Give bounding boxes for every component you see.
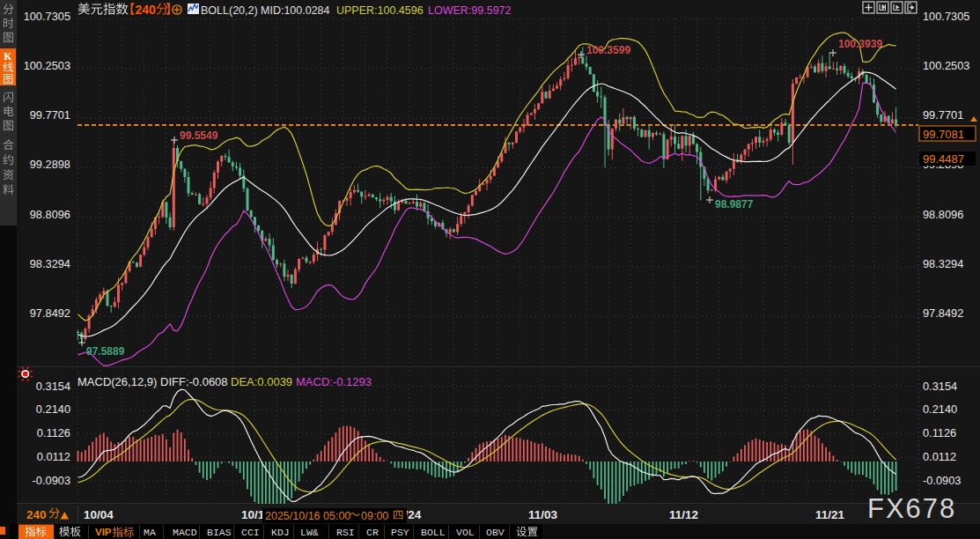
svg-text:DEA:0.0039: DEA:0.0039 bbox=[231, 375, 292, 388]
svg-text:98.8096: 98.8096 bbox=[923, 208, 963, 221]
svg-text:MACD:-0.1293: MACD:-0.1293 bbox=[296, 375, 372, 388]
svg-text:K: K bbox=[4, 50, 12, 63]
svg-text:BIAS: BIAS bbox=[207, 527, 232, 538]
svg-text:LOWER:99.5972: LOWER:99.5972 bbox=[428, 4, 512, 17]
svg-text:BOLL(20,2): BOLL(20,2) bbox=[201, 4, 258, 17]
svg-text:99.4487: 99.4487 bbox=[923, 152, 964, 166]
svg-text:0.0112: 0.0112 bbox=[923, 450, 956, 463]
svg-text:11/03: 11/03 bbox=[528, 508, 558, 521]
svg-text:240: 240 bbox=[136, 3, 157, 17]
svg-text:97.8492: 97.8492 bbox=[30, 306, 70, 320]
svg-text:97.5889: 97.5889 bbox=[86, 345, 125, 358]
svg-text:100.7305: 100.7305 bbox=[923, 10, 969, 23]
svg-text:-0.0903: -0.0903 bbox=[923, 474, 961, 487]
svg-text:0.3154: 0.3154 bbox=[36, 380, 70, 393]
svg-text:240: 240 bbox=[26, 508, 47, 521]
svg-text:100.7305: 100.7305 bbox=[24, 10, 70, 23]
svg-text:97.8492: 97.8492 bbox=[923, 306, 963, 320]
svg-text:CCI: CCI bbox=[241, 527, 260, 538]
svg-text:98.3294: 98.3294 bbox=[923, 257, 963, 270]
svg-text:MACD: MACD bbox=[173, 527, 197, 538]
svg-text:DIFF:-0.0608: DIFF:-0.0608 bbox=[160, 375, 228, 388]
svg-text:98.9877: 98.9877 bbox=[715, 198, 754, 210]
svg-text:99.7701: 99.7701 bbox=[30, 108, 70, 122]
svg-text:MA: MA bbox=[144, 527, 156, 538]
svg-text:OBV: OBV bbox=[486, 527, 505, 538]
svg-text:98.3294: 98.3294 bbox=[30, 257, 70, 270]
svg-text:MACD(26,12,9): MACD(26,12,9) bbox=[77, 375, 157, 388]
svg-text:0.3154: 0.3154 bbox=[923, 380, 957, 393]
svg-text:11/12: 11/12 bbox=[669, 508, 698, 521]
svg-text:2025/10/16 05:00: 2025/10/16 05:00 bbox=[265, 510, 350, 522]
svg-text:LW&: LW& bbox=[300, 527, 319, 538]
svg-text:0.1126: 0.1126 bbox=[923, 426, 956, 439]
svg-text:100.3939: 100.3939 bbox=[838, 38, 882, 50]
svg-text:0.0112: 0.0112 bbox=[37, 450, 70, 463]
svg-text:10/04: 10/04 bbox=[84, 508, 114, 521]
svg-text:0.2140: 0.2140 bbox=[36, 402, 70, 416]
svg-text:100.3599: 100.3599 bbox=[586, 44, 630, 56]
svg-text:UPPER:100.4596: UPPER:100.4596 bbox=[336, 4, 424, 17]
svg-text:0.1126: 0.1126 bbox=[37, 426, 70, 439]
svg-text:RSI: RSI bbox=[336, 527, 355, 538]
svg-text:KDJ: KDJ bbox=[271, 527, 290, 538]
svg-text:99.7701: 99.7701 bbox=[923, 108, 963, 122]
svg-text:100.2503: 100.2503 bbox=[923, 59, 969, 72]
svg-text:CR: CR bbox=[366, 527, 379, 538]
svg-text:99.5549: 99.5549 bbox=[180, 129, 218, 142]
svg-text:MID:100.0284: MID:100.0284 bbox=[261, 4, 330, 17]
svg-text:PSY: PSY bbox=[391, 527, 409, 538]
svg-text:09:00: 09:00 bbox=[361, 510, 388, 522]
svg-text:VIP: VIP bbox=[95, 527, 112, 537]
svg-text:99.7081: 99.7081 bbox=[923, 128, 964, 141]
svg-text:BOLL: BOLL bbox=[421, 527, 446, 538]
svg-text:98.8096: 98.8096 bbox=[30, 208, 70, 221]
svg-text:100.2503: 100.2503 bbox=[24, 59, 70, 72]
svg-text:99.2898: 99.2898 bbox=[30, 158, 70, 171]
svg-text:11/21: 11/21 bbox=[815, 508, 845, 521]
svg-text:FX678: FX678 bbox=[867, 493, 956, 524]
svg-text:-0.0903: -0.0903 bbox=[33, 474, 70, 487]
svg-text:VOL: VOL bbox=[456, 527, 475, 538]
svg-text:0.2140: 0.2140 bbox=[923, 402, 957, 416]
